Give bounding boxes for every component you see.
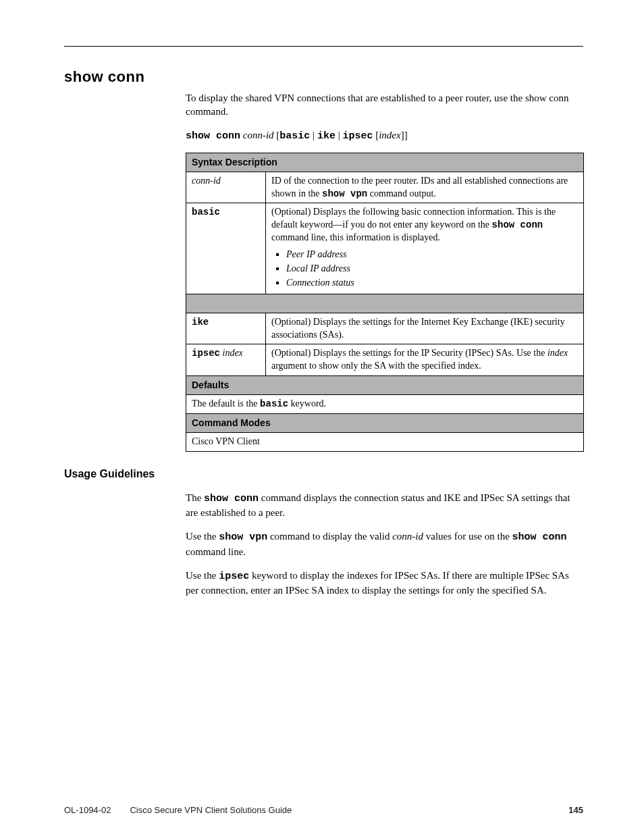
p2-cmd2: show conn (512, 531, 567, 543)
row-connid: conn-id ID of the connection to the peer… (186, 172, 583, 204)
options-table: Syntax Description conn-id ID of the con… (186, 153, 584, 452)
arg-basic-cell: basic (186, 203, 266, 293)
footer-manual: Cisco Secure VPN Client Solutions Guide (130, 805, 292, 815)
arg-index: index (379, 130, 400, 140)
modes-header-cell: Command Modes (186, 414, 583, 432)
usage-guidelines-body: The show conn command displays the conne… (186, 491, 583, 598)
ipsec-desc-ital: index (547, 348, 568, 358)
arg-connid-cell: conn-id (186, 172, 266, 203)
p2-c: values for use on the (423, 531, 512, 542)
cmd-name: show conn (186, 130, 240, 142)
row-defaults: The default is the basic keyword. (186, 395, 583, 414)
defaults-text-b: keyword. (288, 398, 326, 409)
kw-basic: basic (279, 130, 310, 142)
p2-a: Use the (186, 531, 219, 542)
syntax-header-cell: Syntax Description (186, 153, 583, 172)
desc-ike: (Optional) Displays the settings for the… (266, 313, 583, 344)
desc-basic: (Optional) Displays the following basic … (266, 203, 583, 293)
row-modes: Cisco VPN Client (186, 433, 583, 452)
sep2: | (336, 130, 343, 140)
row-defaults-header: Defaults (186, 376, 583, 395)
defaults-kw: basic (260, 398, 288, 409)
ipsec-desc-a: (Optional) Displays the settings for the… (271, 348, 547, 358)
basic-desc-b: command line, this information is displa… (271, 232, 440, 242)
basic-bullets: Peer IP address Local IP address Connect… (271, 249, 578, 290)
desc-connid: ID of the connection to the peer router.… (266, 172, 583, 203)
syntax-line: show conn conn-id [basic | ike | ipsec [… (186, 128, 583, 143)
p3-a: Use the (186, 570, 219, 581)
header-rule (64, 46, 583, 47)
basic-desc-cmd: show conn (492, 219, 543, 230)
p2-ital: conn-id (392, 531, 423, 542)
kw-ike: ike (317, 130, 336, 142)
row-syntax-header: Syntax Description (186, 153, 583, 172)
defaults-cell: The default is the basic keyword. (186, 395, 583, 413)
page-footer: OL-1094-02 Cisco Secure VPN Client Solut… (64, 805, 583, 815)
ipsec-desc-b: argument to show only the SA with the sp… (271, 361, 481, 371)
desc-ipsec: (Optional) Displays the settings for the… (266, 344, 583, 375)
usage-p3: Use the ipsec keyword to display the ind… (186, 569, 583, 598)
ipsec-kw: ipsec (192, 348, 220, 359)
arg-ipsec-cell: ipsec index (186, 344, 266, 375)
p1-a: The (186, 492, 204, 503)
p2-cmd1: show vpn (219, 531, 267, 543)
defaults-header-cell: Defaults (186, 376, 583, 394)
arg-connid: conn-id (243, 130, 274, 140)
spacer-cell (186, 294, 583, 313)
bullet-conn-status: Connection status (286, 277, 578, 290)
defaults-text-a: The default is the (192, 398, 260, 409)
bullet-local-ip: Local IP address (286, 263, 578, 276)
modes-cell: Cisco VPN Client (186, 433, 583, 451)
footer-page-number: 145 (568, 805, 583, 815)
p2-d: command line. (186, 546, 246, 557)
intro-paragraph: To display the shared VPN connections th… (186, 91, 583, 119)
footer-ol: OL-1094-02 (64, 805, 111, 815)
usage-p2: Use the show vpn command to display the … (186, 529, 583, 559)
p2-b: command to display the valid (267, 531, 392, 542)
usage-guidelines-title: Usage Guidelines (64, 468, 583, 480)
page: show conn To display the shared VPN conn… (0, 0, 644, 834)
row-basic: basic (Optional) Displays the following … (186, 203, 583, 294)
connid-desc-b: command output. (367, 188, 436, 199)
usage-p1: The show conn command displays the conne… (186, 491, 583, 521)
row-ike-header-spacer (186, 294, 583, 313)
sep1: | (310, 130, 317, 140)
intro-text: To display the shared VPN connections th… (186, 93, 569, 117)
row-ipsec: ipsec index (Optional) Displays the sett… (186, 344, 583, 376)
p1-cmd: show conn (204, 493, 259, 504)
arg-ike-cell: ike (186, 313, 266, 344)
row-modes-header: Command Modes (186, 414, 583, 433)
connid-desc-cmd: show vpn (322, 188, 367, 199)
kw-ipsec: ipsec (342, 130, 373, 142)
ipsec-index: index (223, 348, 243, 358)
bullet-peer-ip: Peer IP address (286, 249, 578, 261)
row-ike: ike (Optional) Displays the settings for… (186, 313, 583, 345)
p3-cmd: ipsec (219, 571, 249, 582)
command-title: show conn (64, 68, 583, 86)
